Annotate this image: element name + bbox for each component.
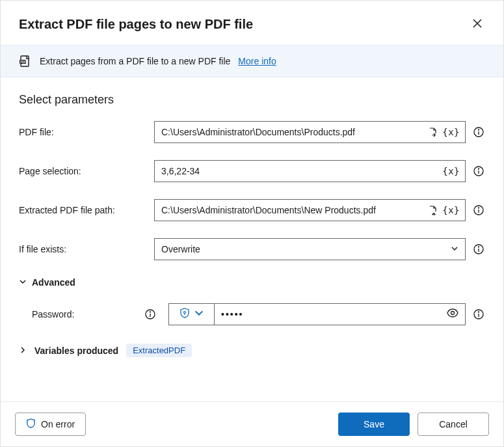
pdf-file-input[interactable] <box>161 122 427 142</box>
pdf-badge-icon: PDF <box>19 55 32 68</box>
if-exists-select[interactable]: Overwrite <box>154 238 466 260</box>
info-banner: PDF Extract pages from a PDF file to a n… <box>1 45 503 77</box>
if-exists-label: If file exists: <box>19 244 154 254</box>
page-selection-input-wrap: {x} <box>154 160 466 182</box>
info-text: Extract pages from a PDF file to a new P… <box>40 56 230 66</box>
pdf-file-label: PDF file: <box>19 127 154 137</box>
extracted-path-input-wrap: {x} <box>154 199 466 221</box>
close-icon <box>473 19 482 30</box>
info-icon[interactable] <box>472 204 485 217</box>
on-error-button[interactable]: On error <box>15 413 86 436</box>
svg-point-18 <box>183 312 185 314</box>
svg-point-14 <box>479 247 479 247</box>
advanced-label: Advanced <box>32 277 75 288</box>
on-error-label: On error <box>41 419 75 429</box>
svg-point-11 <box>479 208 479 208</box>
file-picker-icon[interactable] <box>427 126 438 138</box>
chevron-down-icon <box>194 308 204 321</box>
info-icon[interactable] <box>472 126 485 139</box>
advanced-toggle[interactable]: Advanced <box>19 277 485 288</box>
svg-point-20 <box>451 312 455 315</box>
file-picker-icon[interactable] <box>427 204 438 216</box>
svg-text:PDF: PDF <box>20 61 26 64</box>
info-icon[interactable] <box>472 308 485 321</box>
dialog-title: Extract PDF file pages to new PDF file <box>19 17 253 32</box>
extracted-path-label: Extracted PDF file path: <box>19 205 154 215</box>
variable-picker-icon[interactable]: {x} <box>442 205 460 215</box>
page-selection-label: Page selection: <box>19 166 154 176</box>
info-icon[interactable] <box>472 165 485 178</box>
variable-chip[interactable]: ExtractedPDF <box>126 344 192 357</box>
pdf-file-input-wrap: {x} <box>154 121 466 143</box>
shield-icon <box>26 418 36 430</box>
cancel-button[interactable]: Cancel <box>418 413 489 436</box>
if-exists-value: Overwrite <box>161 244 200 254</box>
chevron-right-icon <box>19 345 27 357</box>
page-selection-input[interactable] <box>161 161 442 182</box>
password-mode-picker[interactable] <box>169 304 215 325</box>
eye-icon <box>447 307 458 321</box>
variable-picker-icon[interactable]: {x} <box>442 127 460 137</box>
variable-picker-icon[interactable]: {x} <box>442 166 460 176</box>
close-button[interactable] <box>467 14 488 34</box>
svg-point-5 <box>479 129 479 130</box>
svg-point-8 <box>479 169 479 169</box>
variables-produced-label: Variables produced <box>34 345 118 356</box>
svg-point-23 <box>479 312 479 312</box>
chevron-down-icon <box>19 277 27 288</box>
svg-point-17 <box>150 312 151 312</box>
password-input[interactable] <box>221 309 447 319</box>
reveal-password-button[interactable] <box>447 307 458 321</box>
extracted-path-input[interactable] <box>161 200 427 221</box>
info-icon[interactable] <box>472 243 485 256</box>
password-group <box>168 303 466 325</box>
chevron-down-icon <box>451 244 458 254</box>
save-button[interactable]: Save <box>338 413 410 436</box>
info-icon[interactable] <box>144 308 157 321</box>
section-title: Select parameters <box>19 93 485 107</box>
shield-lock-icon <box>179 308 190 321</box>
password-label: Password: <box>32 309 144 319</box>
more-info-link[interactable]: More info <box>238 56 276 66</box>
variables-produced-toggle[interactable]: Variables produced ExtractedPDF <box>19 344 485 357</box>
